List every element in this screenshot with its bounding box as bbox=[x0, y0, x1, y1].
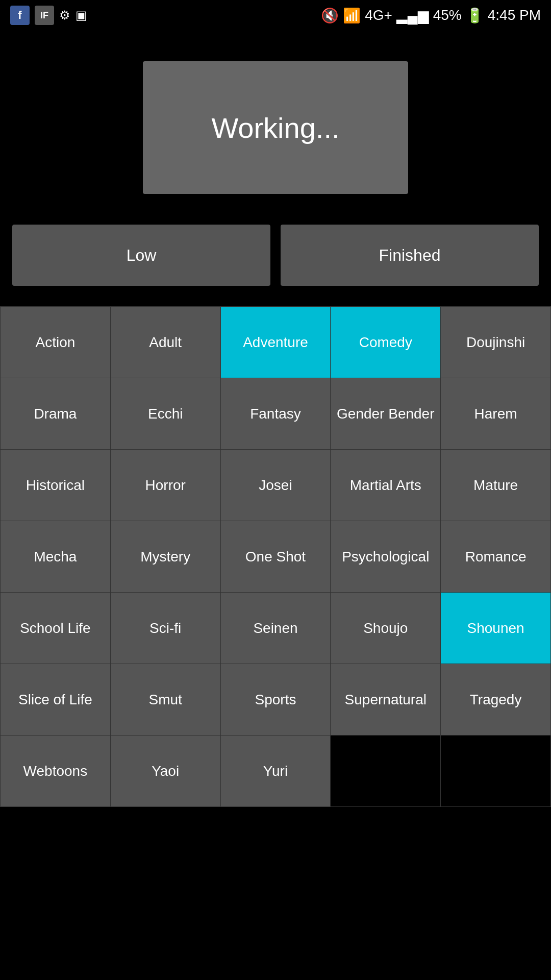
status-right-info: 🔇 📶 4G+ ▂▄▆ 45% 🔋 4:45 PM bbox=[321, 7, 541, 24]
genre-cell-mystery[interactable]: Mystery bbox=[111, 521, 221, 593]
working-container: Working... bbox=[0, 31, 551, 214]
genre-cell-mature[interactable]: Mature bbox=[441, 450, 551, 521]
sliders-icon: ⚙ bbox=[59, 8, 70, 22]
genre-cell-yuri[interactable]: Yuri bbox=[221, 736, 331, 807]
genre-grid: ActionAdultAdventureComedyDoujinshiDrama… bbox=[0, 306, 551, 807]
genre-cell-gender-bender[interactable]: Gender Bender bbox=[331, 378, 441, 450]
network-type: 4G+ bbox=[365, 7, 392, 23]
genre-cell-supernatural[interactable]: Supernatural bbox=[331, 664, 441, 736]
genre-cell-seinen[interactable]: Seinen bbox=[221, 593, 331, 664]
status-bar: f IF ⚙ ▣ 🔇 📶 4G+ ▂▄▆ 45% 🔋 4:45 PM bbox=[0, 0, 551, 31]
filter-icon: ▣ bbox=[76, 8, 87, 22]
genre-cell-shounen[interactable]: Shounen bbox=[441, 593, 551, 664]
genre-cell-slice-of-life[interactable]: Slice of Life bbox=[1, 664, 111, 736]
genre-cell-drama[interactable]: Drama bbox=[1, 378, 111, 450]
battery-icon: 🔋 bbox=[466, 7, 484, 24]
clock: 4:45 PM bbox=[488, 7, 541, 23]
genre-cell-josei[interactable]: Josei bbox=[221, 450, 331, 521]
status-left-icons: f IF ⚙ ▣ bbox=[10, 6, 87, 25]
bluetooth-icon: 🔇 bbox=[321, 7, 339, 24]
genre-cell-horror[interactable]: Horror bbox=[111, 450, 221, 521]
genre-cell-school-life[interactable]: School Life bbox=[1, 593, 111, 664]
battery-level: 45% bbox=[433, 7, 462, 23]
genre-cell-sci-fi[interactable]: Sci-fi bbox=[111, 593, 221, 664]
genre-cell-shoujo[interactable]: Shoujo bbox=[331, 593, 441, 664]
genre-cell-psychological[interactable]: Psychological bbox=[331, 521, 441, 593]
filter-finished-button[interactable]: Finished bbox=[281, 225, 539, 286]
filter-low-button[interactable]: Low bbox=[12, 225, 270, 286]
wifi-icon: 📶 bbox=[343, 7, 361, 24]
genre-cell-yaoi[interactable]: Yaoi bbox=[111, 736, 221, 807]
genre-cell-comedy[interactable]: Comedy bbox=[331, 307, 441, 378]
genre-cell-empty-1 bbox=[441, 736, 551, 807]
working-box: Working... bbox=[143, 61, 408, 194]
genre-cell-doujinshi[interactable]: Doujinshi bbox=[441, 307, 551, 378]
genre-cell-one-shot[interactable]: One Shot bbox=[221, 521, 331, 593]
filter-row: Low Finished bbox=[0, 214, 551, 306]
genre-cell-adventure[interactable]: Adventure bbox=[221, 307, 331, 378]
genre-cell-historical[interactable]: Historical bbox=[1, 450, 111, 521]
genre-cell-tragedy[interactable]: Tragedy bbox=[441, 664, 551, 736]
genre-cell-adult[interactable]: Adult bbox=[111, 307, 221, 378]
genre-cell-fantasy[interactable]: Fantasy bbox=[221, 378, 331, 450]
genre-cell-mecha[interactable]: Mecha bbox=[1, 521, 111, 593]
genre-cell-romance[interactable]: Romance bbox=[441, 521, 551, 593]
genre-cell-sports[interactable]: Sports bbox=[221, 664, 331, 736]
genre-cell-empty-0 bbox=[331, 736, 441, 807]
signal-strength: ▂▄▆ bbox=[396, 7, 429, 24]
genre-cell-harem[interactable]: Harem bbox=[441, 378, 551, 450]
if-icon: IF bbox=[35, 6, 54, 25]
genre-cell-smut[interactable]: Smut bbox=[111, 664, 221, 736]
genre-cell-action[interactable]: Action bbox=[1, 307, 111, 378]
facebook-icon: f bbox=[10, 6, 30, 25]
working-text: Working... bbox=[211, 111, 339, 144]
genre-cell-martial-arts[interactable]: Martial Arts bbox=[331, 450, 441, 521]
genre-cell-webtoons[interactable]: Webtoons bbox=[1, 736, 111, 807]
genre-cell-ecchi[interactable]: Ecchi bbox=[111, 378, 221, 450]
